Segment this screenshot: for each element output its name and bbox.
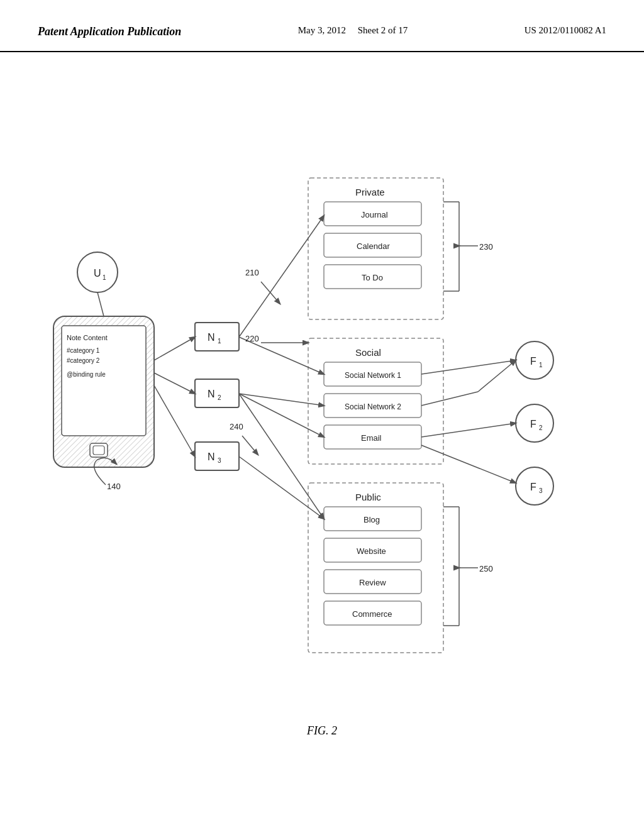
- patent-number: US 2012/0110082 A1: [525, 25, 606, 36]
- svg-text:Calendar: Calendar: [357, 241, 390, 251]
- svg-text:Blog: Blog: [364, 515, 380, 524]
- svg-text:Review: Review: [359, 578, 386, 587]
- svg-text:Email: Email: [361, 433, 382, 443]
- svg-text:230: 230: [479, 242, 493, 252]
- svg-line-70: [239, 456, 324, 519]
- svg-text:3: 3: [539, 487, 543, 494]
- svg-rect-15: [195, 379, 239, 407]
- svg-text:220: 220: [245, 334, 259, 343]
- publication-date: May 3, 2012: [298, 25, 346, 35]
- svg-line-85: [242, 436, 258, 455]
- page-header: Patent Application Publication May 3, 20…: [0, 0, 644, 52]
- svg-text:@binding rule: @binding rule: [67, 371, 106, 378]
- svg-line-23: [154, 385, 195, 456]
- svg-text:N: N: [208, 332, 215, 343]
- svg-text:1: 1: [539, 362, 543, 368]
- svg-line-69: [239, 394, 324, 519]
- svg-text:2: 2: [218, 394, 221, 401]
- svg-rect-12: [195, 323, 239, 351]
- svg-text:N: N: [208, 389, 215, 399]
- svg-rect-6: [90, 443, 108, 457]
- publication-title: Patent Application Publication: [38, 25, 181, 38]
- svg-text:#category 2: #category 2: [67, 357, 100, 364]
- svg-text:Journal: Journal: [361, 210, 388, 219]
- svg-text:U: U: [94, 268, 101, 279]
- svg-rect-2: [62, 326, 146, 436]
- patent-diagram: Note Content #category 1 #category 2 @bi…: [0, 52, 644, 775]
- svg-text:N: N: [208, 451, 215, 462]
- svg-text:210: 210: [245, 268, 259, 277]
- diagram-area: Note Content #category 1 #category 2 @bi…: [0, 52, 644, 775]
- svg-line-67: [239, 394, 324, 406]
- note-content-label: Note Content: [67, 334, 108, 341]
- header-center: May 3, 2012 Sheet 2 of 17: [298, 25, 408, 36]
- svg-text:Social Network 1: Social Network 1: [345, 371, 401, 380]
- svg-text:2: 2: [539, 424, 543, 431]
- svg-text:Website: Website: [357, 546, 386, 556]
- svg-text:240: 240: [230, 422, 243, 431]
- svg-text:F: F: [530, 356, 536, 367]
- svg-text:#category 1: #category 1: [67, 347, 100, 354]
- svg-text:To Do: To Do: [362, 273, 383, 282]
- svg-text:Public: Public: [355, 492, 381, 502]
- svg-text:1: 1: [218, 338, 221, 345]
- svg-text:1: 1: [103, 274, 106, 281]
- svg-line-68: [239, 394, 324, 437]
- svg-text:F: F: [530, 482, 536, 492]
- svg-line-73: [421, 445, 516, 483]
- svg-line-72: [421, 423, 516, 437]
- svg-line-22: [154, 373, 195, 394]
- svg-line-81: [261, 282, 280, 304]
- svg-line-11: [97, 292, 104, 316]
- svg-rect-18: [195, 442, 239, 470]
- svg-text:250: 250: [479, 564, 493, 573]
- svg-text:Social Network 2: Social Network 2: [345, 402, 401, 411]
- svg-text:Private: Private: [355, 187, 385, 197]
- sheet-info: Sheet 2 of 17: [358, 25, 408, 35]
- svg-text:F: F: [530, 419, 536, 429]
- svg-line-21: [154, 337, 195, 360]
- figure-label: FIG. 2: [307, 724, 337, 738]
- svg-text:140: 140: [107, 482, 121, 491]
- svg-text:Social: Social: [355, 347, 381, 358]
- svg-text:Commerce: Commerce: [352, 609, 392, 619]
- svg-text:3: 3: [218, 457, 221, 464]
- svg-line-74: [421, 392, 478, 406]
